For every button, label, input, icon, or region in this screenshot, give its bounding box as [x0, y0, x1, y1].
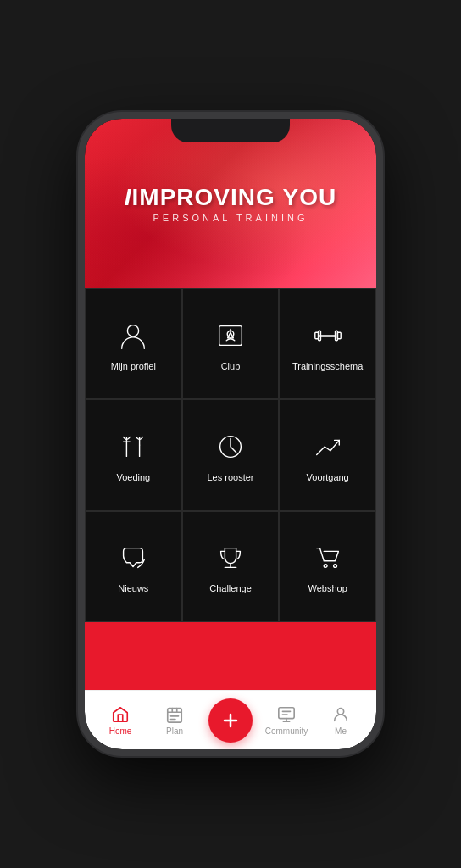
nav-add-button[interactable]: [208, 698, 253, 743]
menu-item-club[interactable]: Club: [182, 288, 280, 399]
nav-community[interactable]: Community: [259, 705, 314, 736]
menu-item-webshop[interactable]: Webshop: [279, 511, 376, 622]
menu-label-voortgang: Voortgang: [307, 472, 349, 482]
svg-rect-7: [337, 332, 341, 339]
cart-icon: [309, 539, 347, 576]
svg-point-0: [128, 325, 139, 336]
notch: [171, 119, 290, 142]
clock-icon: [212, 428, 249, 465]
trophy-icon: [212, 539, 249, 576]
menu-label-nieuws: Nieuws: [118, 583, 148, 593]
svg-point-15: [333, 565, 336, 568]
menu-item-training[interactable]: Trainingsschema: [279, 288, 376, 399]
nav-me-label: Me: [335, 726, 347, 736]
svg-point-29: [337, 708, 343, 714]
phone-screen: IIMPROVING YOU PERSONAL TRAINING Mijn pr…: [85, 119, 376, 749]
brand-subtitle: PERSONAL TRAINING: [125, 213, 336, 223]
phone-frame: IIMPROVING YOU PERSONAL TRAINING Mijn pr…: [78, 112, 383, 756]
chat-icon: [114, 539, 152, 576]
menu-label-voeding: Voeding: [116, 472, 150, 482]
svg-point-14: [324, 565, 327, 568]
menu-label-challenge: Challenge: [209, 583, 252, 593]
nav-home-label: Home: [109, 726, 132, 736]
menu-item-profiel[interactable]: Mijn profiel: [85, 288, 182, 399]
banner: IIMPROVING YOU PERSONAL TRAINING: [85, 119, 376, 288]
menu-item-lesrooster[interactable]: Les rooster: [182, 399, 280, 510]
person-icon: [114, 317, 152, 354]
menu-label-webshop: Webshop: [308, 583, 347, 593]
menu-label-club: Club: [221, 361, 241, 371]
bottom-nav: Home Plan: [85, 690, 376, 749]
club-icon: [212, 317, 249, 354]
utensils-icon: [114, 428, 152, 465]
phone-wrapper: IIMPROVING YOU PERSONAL TRAINING Mijn pr…: [0, 0, 461, 868]
nav-community-label: Community: [265, 726, 308, 736]
chart-icon: [309, 428, 347, 465]
red-area: [85, 622, 376, 690]
nav-home[interactable]: Home: [93, 705, 147, 736]
menu-grid: Mijn profiel Club: [85, 288, 376, 622]
menu-item-voeding[interactable]: Voeding: [85, 399, 182, 510]
svg-rect-24: [279, 707, 294, 718]
barbell-icon: [309, 317, 347, 354]
menu-item-nieuws[interactable]: Nieuws: [85, 511, 182, 622]
menu-item-voortgang[interactable]: Voortgang: [279, 399, 376, 510]
nav-me[interactable]: Me: [314, 705, 368, 736]
menu-item-challenge[interactable]: Challenge: [182, 511, 280, 622]
brand-logo: IIMPROVING YOU PERSONAL TRAINING: [125, 184, 336, 223]
nav-plan-label: Plan: [166, 726, 183, 736]
menu-label-profiel: Mijn profiel: [111, 361, 156, 371]
brand-name: IIMPROVING YOU: [125, 184, 336, 211]
nav-plan[interactable]: Plan: [147, 705, 202, 736]
menu-label-lesrooster: Les rooster: [207, 472, 253, 482]
svg-rect-16: [168, 708, 182, 722]
menu-label-training: Trainingsschema: [292, 361, 363, 371]
